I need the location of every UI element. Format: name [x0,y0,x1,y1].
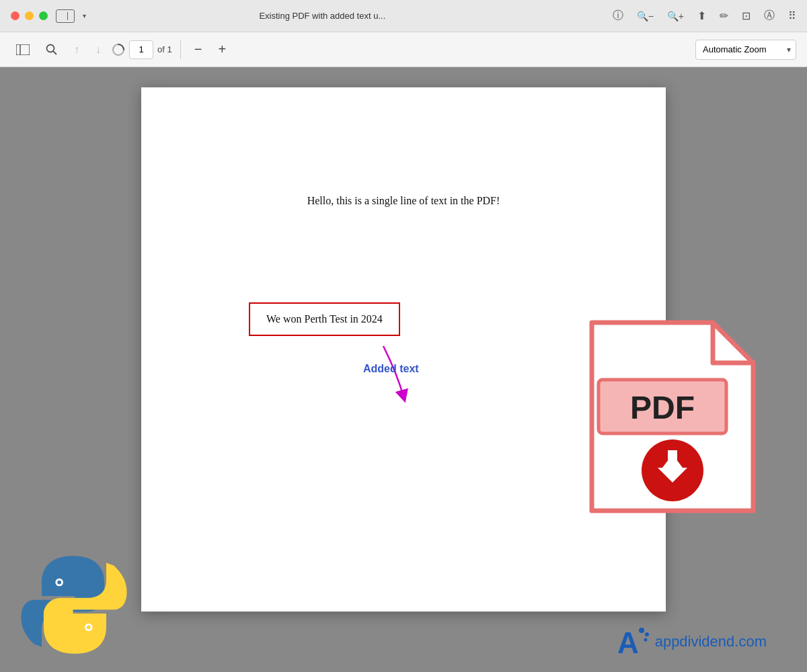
minimize-button[interactable] [25,11,34,20]
close-button[interactable] [11,11,20,20]
pdf-file-icon: PDF [578,309,767,524]
loading-spinner-icon [112,43,125,56]
svg-point-2 [47,44,54,52]
edit-icon[interactable]: ✏ [720,9,728,22]
prev-page-button[interactable]: ↑ [69,41,85,58]
page-number-input[interactable]: 1 [129,40,153,59]
python-logo [20,551,128,659]
brand-label: appdividend.com [655,633,767,650]
sidebar-toggle-button[interactable] [11,42,35,58]
pdf-added-text-box: We won Perth Test in 2024 [249,302,400,336]
svg-text:A: A [617,626,639,659]
pdf-main-text: Hello, this is a single line of text in … [182,195,625,207]
svg-rect-0 [16,44,30,55]
next-page-button[interactable]: ↓ [90,41,106,58]
svg-rect-10 [668,450,677,468]
window-title: Existing PDF with added text u... [40,11,605,21]
annotation-arrow [343,346,451,413]
svg-point-18 [644,638,647,642]
brand-logo-icon: A [616,625,650,659]
pdf-viewer-area: Hello, this is a single line of text in … [0,67,807,672]
svg-point-12 [57,581,61,585]
search-icon [46,44,58,56]
info-icon[interactable]: ⓘ [613,9,623,23]
zoom-select[interactable]: Automatic Zoom Actual Size Page Fit Page… [695,40,796,60]
zoom-selector[interactable]: Automatic Zoom Actual Size Page Fit Page… [695,40,796,60]
svg-point-17 [645,632,649,636]
svg-text:PDF: PDF [630,390,695,425]
sidebar-icon [16,44,30,55]
titlebar-icons: ⓘ 🔍− 🔍+ ⬆ ✏ ⊡ Ⓐ ⠿ [613,9,796,23]
brand-container: A appdividend.com [616,625,767,659]
share-icon[interactable]: ⬆ [697,9,706,22]
added-text-content: We won Perth Test in 2024 [266,313,383,325]
zoom-out-button[interactable]: − [189,39,208,60]
pdf-icon-svg: PDF [578,309,767,524]
resize-icon[interactable]: ⊡ [742,9,751,22]
annotate-icon[interactable]: Ⓐ [764,9,775,23]
more-icon[interactable]: ⠿ [788,9,796,22]
zoom-out-title-icon[interactable]: 🔍− [637,11,654,22]
svg-point-14 [87,626,91,630]
titlebar: ▾ Existing PDF with added text u... ⓘ 🔍−… [0,0,807,32]
annotation-label: Added text [363,363,419,375]
svg-point-16 [639,628,644,633]
svg-line-3 [53,51,56,54]
zoom-in-button[interactable]: + [213,39,231,60]
toolbar: ↑ ↓ 1 of 1 − + Automatic Zoom Actual Siz… [0,32,807,67]
page-navigation: 1 of 1 [112,40,172,59]
page-of-label: of 1 [157,44,172,54]
zoom-in-title-icon[interactable]: 🔍+ [667,11,684,22]
toolbar-separator [180,40,181,59]
search-button[interactable] [40,41,63,58]
python-icon [20,551,128,659]
